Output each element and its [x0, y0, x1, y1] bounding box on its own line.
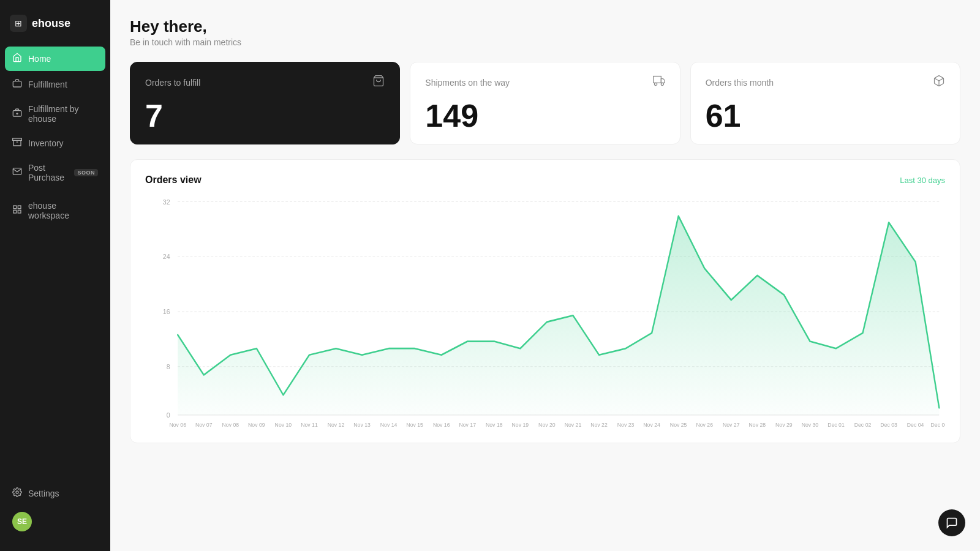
workspace-icon: [12, 204, 22, 217]
logo-icon: ⊞: [10, 15, 27, 32]
svg-text:Nov 24: Nov 24: [643, 422, 660, 428]
svg-point-15: [661, 83, 663, 85]
svg-rect-8: [18, 210, 21, 213]
sidebar-item-post-purchase-label: Post Purchase: [28, 163, 67, 182]
orders-to-fulfill-value: 7: [145, 100, 385, 132]
svg-text:Nov 15: Nov 15: [406, 422, 423, 428]
metric-card-shipments: Shipments on the way 149: [410, 62, 680, 144]
svg-rect-6: [13, 206, 17, 209]
main-content: Hey there, Be in touch with main metrics…: [110, 0, 980, 551]
page-subtitle: Be in touch with main metrics: [130, 37, 960, 47]
svg-rect-7: [18, 206, 21, 209]
svg-rect-4: [13, 138, 22, 140]
orders-to-fulfill-label: Orders to fulfill: [145, 78, 200, 88]
sidebar-bottom: Settings SE: [0, 476, 110, 541]
svg-text:Nov 06: Nov 06: [169, 422, 186, 428]
svg-text:Nov 27: Nov 27: [723, 422, 740, 428]
fulfillment-icon: [12, 78, 22, 91]
svg-text:Dec 02: Dec 02: [854, 422, 872, 428]
sidebar-item-fulfillment-by-ehouse[interactable]: Fulfillment by ehouse: [5, 98, 105, 130]
svg-text:Nov 11: Nov 11: [301, 422, 318, 428]
sidebar-item-post-purchase[interactable]: Post Purchase SOON: [5, 157, 105, 189]
svg-text:Dec 03: Dec 03: [880, 422, 897, 428]
metric-card-orders-to-fulfill: Orders to fulfill 7: [130, 62, 400, 144]
settings-label: Settings: [28, 489, 59, 498]
svg-point-14: [654, 83, 657, 85]
page-header: Hey there, Be in touch with main metrics: [130, 17, 960, 47]
chat-button[interactable]: [938, 509, 965, 536]
orders-this-month-value: 61: [706, 100, 945, 132]
svg-text:Nov 10: Nov 10: [275, 422, 292, 428]
svg-rect-0: [13, 81, 21, 87]
sidebar-item-inventory-label: Inventory: [28, 138, 64, 148]
shipments-icon: [653, 75, 665, 90]
sidebar-item-settings[interactable]: Settings: [5, 481, 105, 506]
svg-text:Nov 16: Nov 16: [433, 422, 450, 428]
svg-text:8: 8: [167, 363, 170, 371]
sidebar-item-fulfillment[interactable]: Fulfillment: [5, 72, 105, 97]
svg-text:Nov 12: Nov 12: [328, 422, 345, 428]
user-avatar[interactable]: SE: [12, 512, 32, 531]
svg-text:Nov 28: Nov 28: [749, 422, 766, 428]
post-purchase-icon: [12, 167, 22, 179]
svg-point-10: [16, 491, 18, 493]
svg-text:Dec 06: Dec 06: [931, 422, 945, 428]
chart-container: 32 24 16 8 0: [145, 195, 945, 428]
svg-text:Nov 14: Nov 14: [380, 422, 398, 428]
svg-text:Nov 30: Nov 30: [802, 422, 819, 428]
chart-svg: 32 24 16 8 0: [145, 195, 945, 428]
home-icon: [12, 53, 22, 65]
sidebar-nav: Home Fulfillment Fulfillment by ehouse I…: [0, 47, 110, 476]
sidebar-item-inventory[interactable]: Inventory: [5, 131, 105, 156]
soon-badge: SOON: [74, 169, 98, 176]
svg-text:Nov 23: Nov 23: [617, 422, 635, 428]
svg-text:Nov 17: Nov 17: [459, 422, 476, 428]
shipments-label: Shipments on the way: [425, 78, 510, 88]
svg-rect-12: [653, 77, 661, 83]
sidebar-item-workspace[interactable]: ehouse workspace: [5, 195, 105, 227]
orders-this-month-icon: [933, 75, 945, 90]
orders-to-fulfill-icon: [372, 75, 385, 90]
inventory-icon: [12, 137, 22, 149]
settings-icon: [12, 487, 22, 500]
metric-card-header-3: Orders this month: [706, 75, 945, 90]
sidebar-item-fulfillment-ehouse-label: Fulfillment by ehouse: [28, 104, 98, 124]
sidebar-item-home[interactable]: Home: [5, 47, 105, 71]
chart-period: Last 30 days: [900, 176, 945, 185]
logo-text: ehouse: [32, 17, 70, 30]
svg-text:24: 24: [163, 253, 170, 261]
svg-rect-9: [13, 210, 17, 213]
svg-text:0: 0: [167, 411, 170, 419]
workspace-label: ehouse workspace: [28, 201, 98, 220]
orders-this-month-label: Orders this month: [706, 78, 774, 88]
sidebar-item-home-label: Home: [28, 54, 51, 64]
svg-text:Dec 01: Dec 01: [827, 422, 845, 428]
svg-text:Nov 26: Nov 26: [696, 422, 713, 428]
svg-marker-13: [661, 79, 665, 83]
svg-text:Nov 08: Nov 08: [222, 422, 239, 428]
svg-text:Nov 19: Nov 19: [512, 422, 529, 428]
svg-text:Nov 20: Nov 20: [538, 422, 556, 428]
chart-section: Orders view Last 30 days 32 24 16 8 0: [130, 159, 960, 443]
sidebar: ⊞ ehouse Home Fulfillment Fulfillment by…: [0, 0, 110, 551]
sidebar-logo: ⊞ ehouse: [0, 10, 110, 47]
svg-text:Dec 04: Dec 04: [907, 422, 924, 428]
sidebar-item-fulfillment-label: Fulfillment: [28, 80, 67, 89]
shipments-value: 149: [425, 100, 665, 132]
fulfillment-ehouse-icon: [12, 108, 22, 120]
svg-text:32: 32: [163, 198, 170, 206]
svg-text:Nov 07: Nov 07: [195, 422, 213, 428]
svg-text:16: 16: [163, 308, 170, 316]
svg-text:Nov 13: Nov 13: [353, 422, 371, 428]
page-title: Hey there,: [130, 17, 960, 36]
metric-card-header-2: Shipments on the way: [425, 75, 665, 90]
svg-text:Nov 09: Nov 09: [248, 422, 265, 428]
svg-text:Nov 18: Nov 18: [486, 422, 503, 428]
svg-text:Nov 29: Nov 29: [775, 422, 793, 428]
chart-header: Orders view Last 30 days: [145, 174, 945, 186]
metric-cards: Orders to fulfill 7 Shipments on the way…: [130, 62, 960, 144]
svg-text:Nov 25: Nov 25: [670, 422, 687, 428]
metric-card-orders-this-month: Orders this month 61: [690, 62, 960, 144]
metric-card-header-1: Orders to fulfill: [145, 75, 385, 90]
chart-title: Orders view: [145, 174, 202, 186]
